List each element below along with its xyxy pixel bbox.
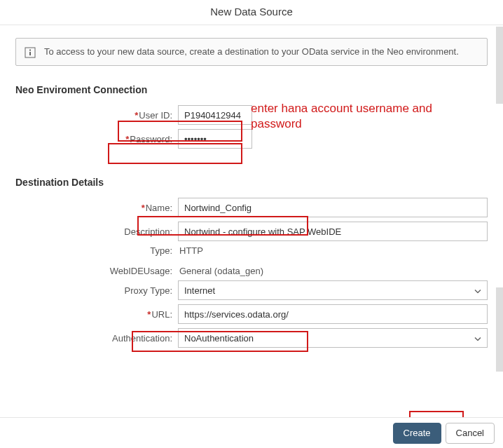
name-label: Name:: [146, 203, 172, 213]
password-input[interactable]: [178, 129, 252, 149]
description-input[interactable]: [178, 222, 488, 241]
row-authentication: Authentication: NoAuthentication: [15, 328, 488, 348]
authentication-label: Authentication:: [112, 333, 172, 344]
cancel-button[interactable]: Cancel: [446, 423, 495, 444]
info-message-box: To access to your new data source, creat…: [15, 38, 488, 66]
url-input[interactable]: [178, 304, 488, 324]
scrollbar-thumb[interactable]: [496, 27, 503, 104]
info-icon: [25, 47, 36, 58]
authentication-value: NoAuthentication: [184, 333, 254, 344]
info-message-text: To access to your new data source, creat…: [44, 46, 459, 58]
dialog-footer: Create Cancel: [0, 417, 503, 448]
password-label: Password:: [130, 134, 172, 144]
row-url: *URL:: [15, 304, 488, 324]
authentication-select[interactable]: NoAuthentication: [178, 328, 488, 348]
section-neo-title: Neo Enviroment Connection: [15, 84, 488, 95]
chevron-down-icon: [474, 333, 481, 344]
row-description: Description:: [15, 222, 488, 241]
required-marker: *: [142, 203, 145, 213]
proxy-type-value: Internet: [184, 285, 215, 296]
row-proxy-type: Proxy Type: Internet: [15, 280, 488, 300]
row-webideusage: WebIDEUsage: General (odata_gen): [15, 266, 488, 276]
webideusage-value: General (odata_gen): [178, 266, 263, 276]
proxy-type-label: Proxy Type:: [125, 285, 172, 296]
required-marker: *: [125, 134, 129, 144]
webideusage-label: WebIDEUsage:: [110, 266, 172, 276]
name-input[interactable]: [178, 198, 488, 217]
section-destination-title: Destination Details: [15, 177, 488, 188]
dialog-title: New Data Source: [0, 0, 503, 25]
type-value: HTTP: [178, 245, 203, 256]
required-marker: *: [147, 309, 151, 320]
row-name: *Name:: [15, 198, 488, 217]
user-id-input[interactable]: [178, 105, 252, 125]
svg-rect-1: [29, 50, 31, 51]
scrollbar-thumb[interactable]: [496, 287, 503, 372]
row-type: Type: HTTP: [15, 245, 488, 256]
annotation-text: enter hana account username and password: [251, 101, 475, 132]
create-button[interactable]: Create: [393, 423, 441, 444]
chevron-down-icon: [474, 285, 481, 296]
row-password: *Password:: [15, 129, 488, 149]
proxy-type-select[interactable]: Internet: [178, 280, 488, 300]
svg-rect-2: [29, 52, 31, 55]
type-label: Type:: [150, 245, 172, 256]
required-marker: *: [135, 110, 138, 121]
user-id-label: User ID:: [139, 110, 172, 121]
description-label: Description:: [124, 226, 172, 237]
url-label: URL:: [151, 309, 172, 320]
